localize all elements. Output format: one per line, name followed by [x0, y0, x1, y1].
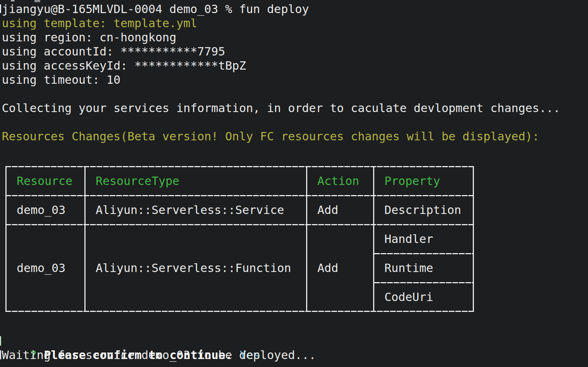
- header-resource-type: ResourceType: [84, 167, 306, 195]
- cell-resource-type: Aliyun::Serverless::Function: [84, 225, 306, 311]
- cell-resource: demo_03: [5, 196, 84, 224]
- top-crop-artifact: [11, 0, 14, 1]
- shell-prompt-line: jiangyu@B-165MLVDL-0004 demo_03 % fun de…: [2, 2, 588, 16]
- table-border-bottom: [5, 311, 474, 312]
- cell-property: Handler: [374, 225, 473, 253]
- using-account-id-line: using accountId: ***********7795: [2, 45, 588, 59]
- blank-line: [2, 87, 588, 101]
- header-action: Action: [306, 167, 373, 195]
- deploy-status-line: Waiting for service demo_03 to be deploy…: [2, 348, 588, 362]
- header-property: Property: [373, 167, 474, 195]
- cell-action: Add: [306, 196, 373, 224]
- collecting-services-line: Collecting your services information, in…: [2, 101, 588, 115]
- cell-resource: demo_03: [5, 225, 84, 311]
- cell-property: Description: [373, 196, 474, 224]
- top-crop-artifact: [34, 0, 40, 2]
- cell-property-stack: Handler Runtime CodeUri: [373, 225, 474, 311]
- cell-property: Runtime: [374, 254, 473, 282]
- using-access-key-id-line: using accessKeyId: ************tBpZ: [2, 59, 588, 73]
- cell-resource-type: Aliyun::Serverless::Service: [84, 196, 306, 224]
- resources-changes-table: Resource ResourceType Action Property de…: [5, 166, 474, 312]
- table-header-row: Resource ResourceType Action Property: [5, 167, 474, 195]
- using-template-line: using template: template.yml: [2, 16, 588, 30]
- left-crop-artifact: [0, 4, 1, 13]
- header-resource: Resource: [5, 167, 84, 195]
- table-row: demo_03 Aliyun::Serverless::Service Add …: [5, 196, 474, 224]
- resources-changes-line: Resources Changes(Beta version! Only FC …: [2, 129, 588, 144]
- confirm-prompt-line: ?Please confirm to continue.Yes: [2, 334, 588, 348]
- terminal-window[interactable]: jiangyu@B-165MLVDL-0004 demo_03 % fun de…: [0, 0, 588, 362]
- blank-line: [2, 115, 588, 129]
- cell-property: CodeUri: [374, 283, 473, 311]
- cell-action: Add: [306, 225, 373, 311]
- left-crop-artifact: [0, 336, 1, 346]
- using-timeout-line: using timeout: 10: [2, 73, 588, 87]
- left-crop-artifact: [0, 350, 1, 359]
- using-region-line: using region: cn-hongkong: [2, 30, 588, 45]
- table-row: demo_03 Aliyun::Serverless::Function Add…: [5, 225, 474, 311]
